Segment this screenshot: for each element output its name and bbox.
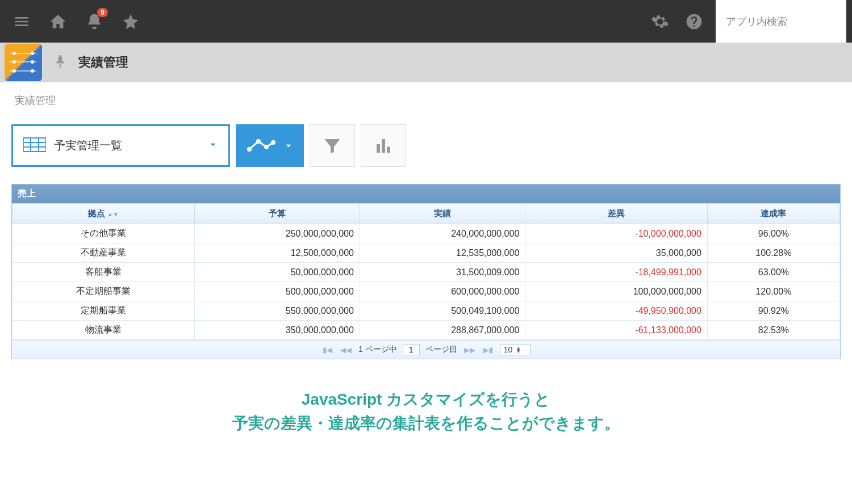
app-icon bbox=[5, 44, 42, 81]
col-header-actual[interactable]: 実績 bbox=[360, 204, 525, 224]
filter-button[interactable] bbox=[310, 124, 355, 167]
cell-budget: 50,000,000,000 bbox=[194, 263, 360, 282]
svg-rect-11 bbox=[387, 146, 390, 153]
cell-actual: 288,867,000,000 bbox=[360, 321, 525, 340]
funnel-icon bbox=[322, 136, 343, 156]
cell-budget: 250,000,000,000 bbox=[194, 224, 360, 243]
cell-rate: 100.28% bbox=[707, 243, 840, 263]
view-selector-dropdown[interactable]: 予実管理一覧 bbox=[11, 124, 230, 167]
cell-actual: 600,000,000,000 bbox=[360, 282, 525, 301]
col-header-location[interactable]: 拠点▲▼ bbox=[12, 204, 195, 224]
table-view-icon bbox=[23, 137, 46, 154]
pager-total-text: 1 ページ中 bbox=[358, 345, 397, 355]
line-chart-icon bbox=[246, 137, 275, 155]
pager: ▮◀ ◀◀ 1 ページ中 ページ目 ▶▶ ▶▮ 10 ▲▼ bbox=[12, 340, 840, 359]
view-toolbar: 予実管理一覧 bbox=[11, 124, 841, 167]
table-row[interactable]: 不定期船事業500,000,000,000600,000,000,000100,… bbox=[12, 282, 840, 301]
col-header-rate[interactable]: 達成率 bbox=[707, 204, 840, 224]
table-title: 売上 bbox=[12, 184, 840, 203]
table-row[interactable]: 定期船事業550,000,000,000500,049,100,000-49,9… bbox=[12, 301, 840, 321]
cell-budget: 550,000,000,000 bbox=[194, 301, 360, 321]
table-row[interactable]: 客船事業50,000,000,00031,500,009,000-18,499,… bbox=[12, 263, 840, 282]
bar-chart-button[interactable] bbox=[361, 124, 406, 167]
cell-rate: 63.00% bbox=[707, 263, 840, 282]
cell-budget: 12,500,000,000 bbox=[194, 243, 360, 263]
pager-last-icon[interactable]: ▶▮ bbox=[482, 346, 494, 354]
cell-rate: 90.92% bbox=[707, 301, 840, 321]
cell-budget: 500,000,000,000 bbox=[194, 282, 360, 301]
table-header-row: 拠点▲▼ 予算 実績 差異 達成率 bbox=[12, 204, 840, 224]
favorites-icon[interactable] bbox=[120, 11, 141, 32]
settings-icon[interactable] bbox=[650, 11, 670, 32]
col-header-diff[interactable]: 差異 bbox=[525, 204, 708, 224]
cell-diff: -49,950,900,000 bbox=[525, 301, 708, 321]
notifications-icon[interactable]: 9 bbox=[84, 11, 105, 32]
pin-icon[interactable] bbox=[52, 53, 68, 71]
svg-rect-10 bbox=[382, 139, 385, 153]
table-row[interactable]: 不動産事業12,500,000,00012,535,000,00035,000,… bbox=[12, 243, 840, 263]
help-icon[interactable] bbox=[684, 11, 704, 32]
pager-page-input[interactable] bbox=[403, 344, 420, 355]
pager-prev-icon[interactable]: ◀◀ bbox=[339, 346, 353, 354]
cell-actual: 31,500,009,000 bbox=[360, 263, 525, 282]
notification-badge: 9 bbox=[97, 8, 108, 17]
view-selector-label: 予実管理一覧 bbox=[54, 138, 208, 153]
chevron-down-icon bbox=[283, 141, 294, 151]
chart-view-button[interactable] bbox=[236, 124, 304, 167]
global-topbar: 9 アプリ内検索 bbox=[0, 0, 852, 43]
cell-diff: -10,000,000,000 bbox=[525, 224, 708, 243]
cell-diff: -18,499,991,000 bbox=[525, 263, 708, 282]
data-table: 売上 拠点▲▼ 予算 実績 差異 達成率 その他事業250,000,000,00… bbox=[11, 184, 841, 359]
cell-actual: 12,535,000,000 bbox=[360, 243, 525, 263]
cell-location: 不定期船事業 bbox=[12, 282, 195, 301]
cell-location: 不動産事業 bbox=[12, 243, 195, 263]
pager-next-icon[interactable]: ▶▶ bbox=[463, 346, 477, 354]
menu-icon[interactable] bbox=[11, 11, 32, 32]
pager-suffix-text: ページ目 bbox=[425, 345, 457, 355]
home-icon[interactable] bbox=[48, 11, 68, 32]
search-input[interactable]: アプリ内検索 bbox=[716, 0, 846, 43]
select-arrows-icon: ▲▼ bbox=[516, 346, 521, 354]
cell-actual: 500,049,100,000 bbox=[360, 301, 525, 321]
breadcrumb[interactable]: 実績管理 bbox=[11, 94, 841, 107]
cell-actual: 240,000,000,000 bbox=[360, 224, 525, 243]
cell-rate: 96.00% bbox=[707, 224, 840, 243]
cell-rate: 120.00% bbox=[707, 282, 840, 301]
cell-location: 定期船事業 bbox=[12, 301, 195, 321]
sort-indicator-icon: ▲▼ bbox=[107, 211, 119, 217]
table-row[interactable]: 物流事業350,000,000,000288,867,000,000-61,13… bbox=[12, 321, 840, 340]
cell-location: 客船事業 bbox=[12, 263, 195, 282]
cell-diff: 35,000,000 bbox=[525, 243, 708, 263]
cell-diff: -61,133,000,000 bbox=[525, 321, 708, 340]
cell-location: 物流事業 bbox=[12, 321, 195, 340]
svg-rect-0 bbox=[23, 138, 46, 152]
pager-pagesize-select[interactable]: 10 ▲▼ bbox=[500, 344, 531, 355]
chevron-down-icon bbox=[208, 140, 218, 152]
search-placeholder: アプリ内検索 bbox=[726, 15, 787, 28]
svg-rect-9 bbox=[377, 144, 380, 153]
bar-chart-icon bbox=[373, 136, 394, 156]
table-row[interactable]: その他事業250,000,000,000240,000,000,000-10,0… bbox=[12, 224, 840, 243]
cell-budget: 350,000,000,000 bbox=[194, 321, 360, 340]
cell-diff: 100,000,000,000 bbox=[525, 282, 708, 301]
pager-first-icon[interactable]: ▮◀ bbox=[321, 346, 333, 354]
cell-rate: 82.53% bbox=[707, 321, 840, 340]
col-header-budget[interactable]: 予算 bbox=[194, 204, 360, 224]
app-header: 実績管理 bbox=[0, 43, 852, 82]
app-title: 実績管理 bbox=[78, 54, 128, 71]
cell-location: その他事業 bbox=[12, 224, 195, 243]
caption-text: JavaScript カスタマイズを行うと 予実の差異・達成率の集計表を作ること… bbox=[11, 388, 841, 435]
